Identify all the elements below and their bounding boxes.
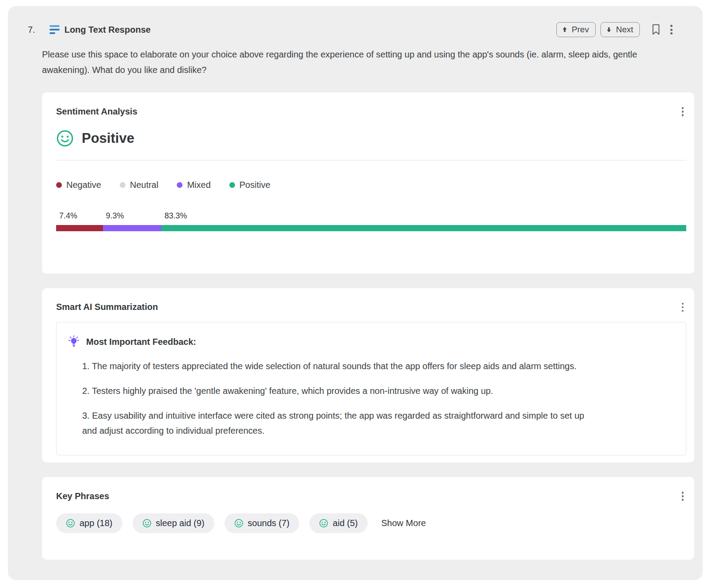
key-phrases-kebab-menu-icon[interactable]	[679, 490, 687, 502]
key-phrases-card: Key Phrases app (18)sleep aid (9)sounds …	[42, 477, 694, 560]
bar-value-label-mixed: 9.3%	[106, 211, 124, 221]
feedback-point-1: 1. The majority of testers appreciated t…	[82, 359, 595, 374]
sentiment-legend: NegativeNeutralMixedPositive	[56, 180, 686, 190]
ai-summary-box: Most Important Feedback: 1. The majority…	[56, 322, 686, 455]
ai-summarization-card: Smart AI Summarization Most Im	[42, 288, 694, 463]
feedback-point-3: 3. Easy usability and intuitive interfac…	[82, 408, 595, 438]
question-type-title: Long Text Response	[65, 25, 151, 35]
bookmark-icon[interactable]	[650, 23, 661, 36]
next-button[interactable]: Next	[601, 22, 640, 37]
legend-item-negative: Negative	[56, 180, 101, 190]
key-phrase-chip-3[interactable]: sounds (7)	[224, 513, 300, 533]
legend-item-neutral: Neutral	[120, 180, 158, 190]
key-phrase-chip-label: aid (5)	[333, 518, 358, 528]
smiley-icon	[56, 130, 74, 147]
legend-dot-mixed	[177, 182, 182, 188]
key-phrase-chip-1[interactable]: app (18)	[56, 513, 122, 533]
sentiment-analysis-card: Sentiment Analysis Positive NegativeNeut…	[42, 92, 694, 274]
header-kebab-menu-icon[interactable]	[668, 23, 675, 36]
ai-summary-heading: Most Important Feedback:	[86, 337, 196, 347]
question-title-group: 7. Long Text Response	[28, 25, 151, 35]
prev-button-label: Prev	[572, 25, 589, 34]
chip-smiley-icon	[66, 519, 75, 528]
ai-card-title: Smart AI Summarization	[56, 302, 158, 312]
key-phrase-chip-2[interactable]: sleep aid (9)	[133, 513, 214, 533]
legend-item-positive: Positive	[229, 180, 270, 190]
legend-label-negative: Negative	[66, 180, 101, 190]
lightbulb-icon	[67, 335, 80, 349]
legend-dot-negative	[56, 182, 62, 188]
header-actions: Prev Next	[551, 22, 675, 37]
key-phrases-title: Key Phrases	[56, 491, 109, 501]
legend-label-positive: Positive	[239, 180, 270, 190]
chip-smiley-icon	[142, 519, 152, 528]
sentiment-kebab-menu-icon[interactable]	[679, 106, 687, 118]
next-button-label: Next	[616, 25, 633, 34]
question-text: Please use this space to elaborate on yo…	[42, 47, 674, 78]
legend-dot-positive	[229, 182, 235, 188]
ai-kebab-menu-icon[interactable]	[679, 302, 687, 313]
legend-dot-neutral	[120, 182, 125, 188]
chip-smiley-icon	[319, 519, 328, 528]
divider	[56, 160, 686, 160]
bar-value-label-positive: 83.3%	[164, 211, 187, 221]
bar-segment-negative	[56, 225, 103, 231]
question-analysis-panel: 7. Long Text Response Prev Next Please u…	[8, 6, 703, 580]
sentiment-card-title: Sentiment Analysis	[56, 107, 137, 117]
question-header: 7. Long Text Response Prev Next	[8, 22, 703, 37]
feedback-point-2: 2. Testers highly praised the 'gentle aw…	[82, 383, 595, 398]
legend-label-mixed: Mixed	[187, 180, 210, 190]
bar-segment-positive	[161, 225, 686, 231]
overall-sentiment: Positive	[56, 130, 686, 147]
bar-segment-mixed	[103, 225, 162, 231]
question-number: 7.	[28, 25, 35, 35]
legend-label-neutral: Neutral	[130, 180, 158, 190]
key-phrase-chip-label: app (18)	[80, 518, 113, 528]
ai-summary-heading-row: Most Important Feedback:	[67, 335, 675, 349]
legend-item-mixed: Mixed	[177, 180, 210, 190]
key-phrase-chip-4[interactable]: aid (5)	[309, 513, 368, 533]
key-phrase-chips: app (18)sleep aid (9)sounds (7)aid (5)Sh…	[56, 513, 686, 560]
bar-labels: 7.4%9.3%83.3%	[56, 211, 686, 221]
show-more-link[interactable]: Show More	[381, 518, 426, 528]
bar-value-label-negative: 7.4%	[59, 211, 77, 221]
ai-card-header: Smart AI Summarization	[56, 302, 686, 313]
arrow-down-icon	[605, 26, 612, 33]
key-phrase-chip-label: sleep aid (9)	[156, 518, 205, 528]
chip-smiley-icon	[234, 519, 243, 528]
key-phrase-chip-label: sounds (7)	[248, 518, 290, 528]
sentiment-bar-chart: 7.4%9.3%83.3%	[56, 211, 686, 274]
prev-button[interactable]: Prev	[556, 22, 596, 37]
sentiment-card-header: Sentiment Analysis	[56, 106, 686, 118]
overall-sentiment-label: Positive	[82, 130, 134, 146]
arrow-up-icon	[561, 26, 568, 33]
ai-feedback-points: 1. The majority of testers appreciated t…	[67, 359, 675, 438]
long-text-icon	[49, 25, 60, 34]
stacked-bar	[56, 225, 686, 231]
key-phrases-header: Key Phrases	[56, 490, 686, 502]
